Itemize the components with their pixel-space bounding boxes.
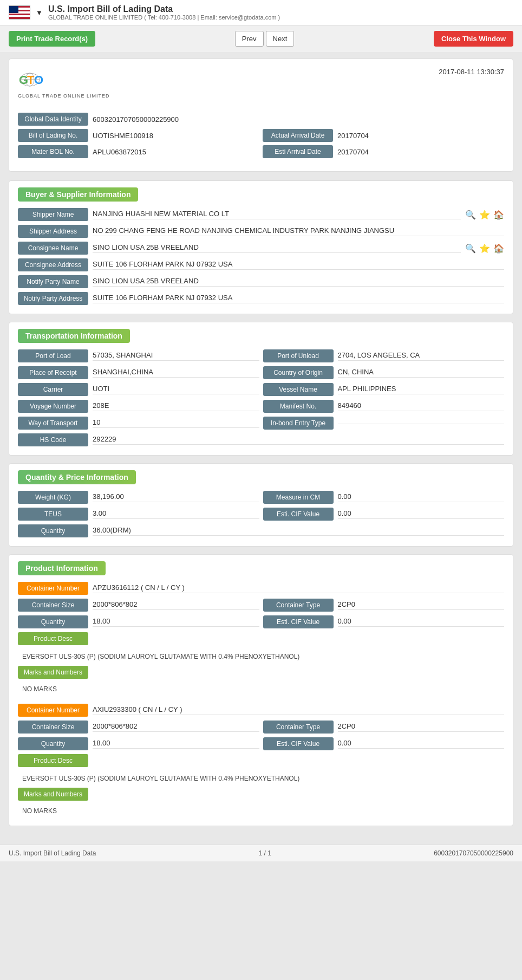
container-1-cif-value: 0.00 [338, 617, 505, 627]
mater-bol-value: APLU063872015 [93, 148, 259, 156]
hs-code-row: HS Code 292229 [18, 433, 504, 446]
shipper-address-value: NO 299 CHANG FENG HE ROAD NANJING CHEMIC… [93, 226, 504, 236]
dropdown-arrow[interactable]: ▼ [36, 9, 43, 17]
consignee-home-icon[interactable]: 🏠 [493, 243, 504, 254]
buyer-supplier-title: Buyer & Supplier Information [18, 187, 138, 202]
document-card: G T O GLOBAL TRADE ONLINE LIMITED 2017-0… [9, 59, 513, 172]
global-data-value: 6003201707050000225900 [93, 115, 504, 124]
transportation-title: Transportation Information [18, 329, 130, 343]
port-of-load-value: 57035, SHANGHAI [93, 351, 259, 361]
consignee-search-icon[interactable]: 🔍 [465, 243, 476, 254]
container-1-desc-value: EVERSOFT ULS-30S (P) (SODIUM LAUROYL GLU… [18, 651, 504, 663]
container-2-desc-label: Product Desc [18, 754, 88, 767]
voyage-number-value: 208E [93, 401, 259, 411]
doc-timestamp: 2017-08-11 13:30:37 [439, 68, 504, 76]
footer-left: U.S. Import Bill of Lading Data [9, 849, 96, 857]
buyer-supplier-section: Buyer & Supplier Information Shipper Nam… [9, 180, 513, 314]
mater-bol-label: Mater BOL No. [18, 145, 88, 158]
esti-cif-value: 0.00 [338, 509, 505, 519]
logo-area: G T O GLOBAL TRADE ONLINE LIMITED [18, 68, 110, 99]
container-1-type-value: 2CP0 [338, 600, 505, 610]
shipper-icon-group: 🔍 ⭐ 🏠 [465, 210, 504, 220]
container-1-desc-label: Product Desc [18, 632, 88, 645]
container-2-qty-row: Quantity 18.00 [18, 737, 259, 750]
shipper-name-value: NANJING HUASHI NEW MATERIAL CO LT [93, 210, 461, 219]
container-1-qty-row: Quantity 18.00 [18, 615, 259, 628]
bol-label: Bill of Lading No. [18, 129, 88, 142]
container-1-size-value: 2000*806*802 [93, 600, 259, 610]
prev-button[interactable]: Prev [235, 31, 264, 47]
print-button[interactable]: Print Trade Record(s) [9, 31, 95, 47]
weight-label: Weight (KG) [18, 491, 88, 504]
vessel-name-label: Vessel Name [263, 383, 334, 396]
container-1-cif-label: Esti. CIF Value [263, 615, 334, 628]
footer-right: 6003201707050000225900 [434, 849, 513, 857]
container-1-qty-label: Quantity [18, 615, 88, 628]
port-of-unload-label: Port of Unload [263, 349, 334, 362]
carrier-label: Carrier [18, 383, 88, 396]
container-1-type-label: Container Type [263, 599, 334, 612]
container-1-size-label: Container Size [18, 599, 88, 612]
consignee-name-value: SINO LION USA 25B VREELAND [93, 243, 461, 253]
container-2-qty-label: Quantity [18, 737, 88, 750]
consignee-star-icon[interactable]: ⭐ [479, 243, 490, 254]
container-2-marks-label: Marks and Numbers [18, 788, 88, 801]
container-1-qty-value: 18.00 [93, 617, 259, 627]
bol-row: Bill of Lading No. UOTISHME100918 [18, 129, 259, 142]
container-2-cif-value: 0.00 [338, 739, 505, 749]
search-icon[interactable]: 🔍 [465, 210, 476, 220]
port-of-unload-row: Port of Unload 2704, LOS ANGELES, CA [263, 349, 505, 362]
next-button[interactable]: Next [266, 31, 295, 47]
footer-pagination: 1 / 1 [259, 849, 271, 857]
notify-party-address-label: Notify Party Address [18, 292, 88, 305]
way-of-transport-value: 10 [93, 418, 259, 428]
product-info-section: Product Information Container Number APZ… [9, 554, 513, 826]
esti-cif-label: Esti. CIF Value [263, 508, 334, 521]
container-1-cif-row: Esti. CIF Value 0.00 [263, 615, 505, 628]
notify-party-name-row: Notify Party Name SINO LION USA 25B VREE… [18, 275, 504, 288]
inbond-entry-type-row: In-bond Entry Type [263, 417, 505, 430]
container-2-size-label: Container Size [18, 721, 88, 734]
way-of-transport-label: Way of Transport [18, 417, 88, 430]
measure-value: 0.00 [338, 492, 505, 502]
container-2-desc-section: Product Desc EVERSOFT ULS-30S (P) (SODIU… [18, 754, 504, 784]
container-1-grid: Container Size 2000*806*802 Container Ty… [18, 599, 504, 628]
doc-header: G T O GLOBAL TRADE ONLINE LIMITED 2017-0… [18, 68, 504, 104]
notify-party-address-value: SUITE 106 FLORHAM PARK NJ 07932 USA [93, 294, 504, 303]
container-2-type-value: 2CP0 [338, 722, 505, 732]
country-of-origin-row: Country of Origin CN, CHINA [263, 366, 505, 379]
container-2-cif-label: Esti. CIF Value [263, 737, 334, 750]
logo-subtitle: GLOBAL TRADE ONLINE LIMITED [18, 93, 110, 99]
quantity-price-title: Quantity & Price Information [18, 470, 136, 484]
consignee-address-row: Consignee Address SUITE 106 FLORHAM PARK… [18, 258, 504, 271]
esti-arrival-value: 20170704 [337, 148, 504, 156]
close-button[interactable]: Close This Window [434, 31, 513, 47]
container-2-size-row: Container Size 2000*806*802 [18, 721, 259, 734]
bol-value: UOTISHME100918 [93, 132, 259, 140]
container-2-number-label: Container Number [18, 704, 88, 717]
container-2-marks-section: Marks and Numbers NO MARKS [18, 788, 504, 817]
buyer-supplier-grid: Shipper Name NANJING HUASHI NEW MATERIAL… [18, 208, 504, 305]
home-icon[interactable]: 🏠 [493, 210, 504, 220]
nav-buttons: Prev Next [235, 31, 294, 47]
esti-cif-row: Esti. CIF Value 0.00 [263, 508, 505, 521]
top-bar: ▼ U.S. Import Bill of Lading Data GLOBAL… [0, 0, 522, 25]
consignee-name-label: Consignee Name [18, 242, 88, 255]
quantity-label: Quantity [18, 524, 88, 537]
gto-logo: G T O [18, 68, 67, 92]
quantity-price-section: Quantity & Price Information Weight (KG)… [9, 463, 513, 547]
shipper-name-row: Shipper Name NANJING HUASHI NEW MATERIAL… [18, 208, 504, 221]
star-icon[interactable]: ⭐ [479, 210, 490, 220]
container-2-desc-value: EVERSOFT ULS-30S (P) (SODIUM LAUROYL GLU… [18, 773, 504, 784]
container-1-marks-label: Marks and Numbers [18, 666, 88, 679]
teus-value: 3.00 [93, 509, 259, 519]
hs-code-label: HS Code [18, 433, 88, 446]
consignee-icon-group: 🔍 ⭐ 🏠 [465, 243, 504, 254]
measure-label: Measure in CM [263, 491, 334, 504]
teus-row: TEUS 3.00 [18, 508, 259, 521]
weight-value: 38,196.00 [93, 492, 259, 502]
container-1-number-label: Container Number [18, 582, 88, 595]
container-2-qty-value: 18.00 [93, 739, 259, 749]
container-2-number-row: Container Number AXIU2933300 ( CN / L / … [18, 704, 504, 717]
manifest-no-value: 849460 [338, 401, 505, 411]
